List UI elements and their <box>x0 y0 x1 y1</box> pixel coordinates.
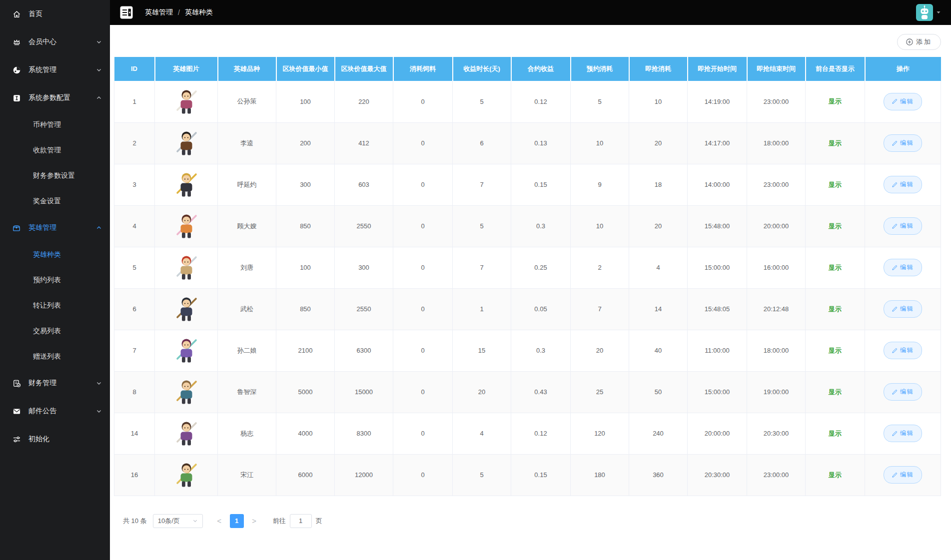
sidebar-subitem-3-0[interactable]: 币种管理 <box>0 112 110 137</box>
edit-button[interactable]: 编辑 <box>884 466 922 484</box>
goto-label: 前往 <box>273 517 286 526</box>
cell-days: 7 <box>453 247 511 288</box>
topbar: 英雄管理 / 英雄种类 <box>110 0 951 25</box>
visibility-toggle[interactable]: 显示 <box>829 347 842 354</box>
cell-visible: 显示 <box>806 288 865 330</box>
cell-min: 5000 <box>276 371 335 413</box>
edit-button[interactable]: 编辑 <box>884 93 922 110</box>
sidebar-item-5[interactable]: 财务管理 <box>0 369 110 397</box>
breadcrumb-item[interactable]: 英雄管理 <box>145 8 173 17</box>
sidebar-subitem-4-0[interactable]: 英雄种类 <box>0 242 110 267</box>
pencil-icon <box>892 223 898 229</box>
edit-button-label: 编辑 <box>900 222 914 230</box>
cell-feed: 0 <box>393 330 453 371</box>
cell-max: 2550 <box>335 205 393 247</box>
sidebar-item-6[interactable]: 邮件公告 <box>0 397 110 425</box>
column-header-13: 操作 <box>865 57 941 81</box>
sidebar-subitem-4-2[interactable]: 转让列表 <box>0 293 110 318</box>
hero-sprite <box>171 192 202 200</box>
sidebar-subitem-3-2[interactable]: 财务参数设置 <box>0 163 110 188</box>
column-header-8: 预约消耗 <box>571 57 629 81</box>
cell-actions: 编辑 <box>865 454 941 496</box>
cell-feed: 0 <box>393 288 453 330</box>
sidebar-item-1[interactable]: 会员中心 <box>0 28 110 56</box>
prev-page-button[interactable]: < <box>212 514 227 528</box>
edit-button-label: 编辑 <box>900 180 914 189</box>
cell-days: 5 <box>453 81 511 122</box>
edit-button[interactable]: 编辑 <box>884 342 922 359</box>
cell-profit: 0.15 <box>511 454 571 496</box>
hero-image-cell <box>155 288 218 330</box>
sidebar-item-7[interactable]: 初始化 <box>0 425 110 453</box>
visibility-toggle[interactable]: 显示 <box>829 139 842 147</box>
table-row: 6 武松8502550010.0571415:48:0520:12:48显示编辑 <box>114 288 941 330</box>
edit-button[interactable]: 编辑 <box>884 134 922 152</box>
hero-image-cell <box>155 371 218 413</box>
table-row: 2 李逵200412060.13102014:17:0018:00:00显示编辑 <box>114 122 941 164</box>
hero-sprite <box>171 483 202 490</box>
sidebar-item-4[interactable]: 英雄管理 <box>0 214 110 242</box>
visibility-toggle[interactable]: 显示 <box>829 181 842 188</box>
page-size-value: 10条/页 <box>158 517 180 526</box>
add-button[interactable]: 添加 <box>897 34 941 50</box>
visibility-toggle[interactable]: 显示 <box>829 97 842 105</box>
sidebar-subitem-3-3[interactable]: 奖金设置 <box>0 188 110 214</box>
chevron-up-icon <box>96 225 102 231</box>
edit-button[interactable]: 编辑 <box>884 383 922 401</box>
caret-down-icon[interactable] <box>936 10 941 15</box>
cell-start: 15:48:05 <box>688 288 747 330</box>
sidebar-subitem-4-4[interactable]: 赠送列表 <box>0 344 110 369</box>
page-number-current[interactable]: 1 <box>230 514 244 528</box>
cell-visible: 显示 <box>806 164 865 205</box>
visibility-toggle[interactable]: 显示 <box>829 305 842 313</box>
table-row: 5 刘唐100300070.252415:00:0016:00:00显示编辑 <box>114 247 941 288</box>
column-header-2: 英雄品种 <box>218 57 276 81</box>
visibility-toggle[interactable]: 显示 <box>829 388 842 396</box>
cell-name: 宋江 <box>218 454 276 496</box>
cell-name: 李逵 <box>218 122 276 164</box>
avatar[interactable] <box>916 4 933 21</box>
goto-page-input[interactable] <box>290 514 312 528</box>
sidebar-subitem-3-1[interactable]: 收款管理 <box>0 137 110 163</box>
sidebar-subitem-4-1[interactable]: 预约列表 <box>0 267 110 293</box>
table-row: 14 杨志40008300040.1212024020:00:0020:30:0… <box>114 413 941 454</box>
cell-end: 23:00:00 <box>747 164 806 205</box>
menu-collapse-icon[interactable] <box>120 6 133 19</box>
sidebar-subitem-4-3[interactable]: 交易列表 <box>0 318 110 344</box>
edit-button-label: 编辑 <box>900 97 914 106</box>
cell-reserve: 10 <box>571 122 629 164</box>
hero-sprite <box>171 317 202 324</box>
cell-start: 15:00:00 <box>688 371 747 413</box>
edit-button[interactable]: 编辑 <box>884 217 922 235</box>
hero-sprite <box>171 151 202 158</box>
visibility-toggle[interactable]: 显示 <box>829 471 842 479</box>
hero-table: ID英雄图片英雄品种区块价值最小值区块价值最大值消耗饲料收益时长(天)合约收益预… <box>114 57 941 496</box>
cell-days: 6 <box>453 122 511 164</box>
cell-reserve: 7 <box>571 288 629 330</box>
cell-days: 1 <box>453 288 511 330</box>
visibility-toggle[interactable]: 显示 <box>829 264 842 271</box>
sidebar-item-3[interactable]: 系统参数配置 <box>0 84 110 112</box>
cell-end: 18:00:00 <box>747 330 806 371</box>
cell-end: 23:00:00 <box>747 454 806 496</box>
visibility-toggle[interactable]: 显示 <box>829 222 842 230</box>
edit-button[interactable]: 编辑 <box>884 300 922 318</box>
cell-days: 5 <box>453 205 511 247</box>
sidebar-item-0[interactable]: 首页 <box>0 0 110 28</box>
hero-sprite <box>171 275 202 283</box>
sidebar-item-2[interactable]: 系统管理 <box>0 56 110 84</box>
cell-days: 15 <box>453 330 511 371</box>
next-page-button[interactable]: > <box>247 514 262 528</box>
cell-max: 2550 <box>335 288 393 330</box>
visibility-toggle[interactable]: 显示 <box>829 430 842 437</box>
cell-end: 20:12:48 <box>747 288 806 330</box>
page-size-select[interactable]: 10条/页 <box>153 514 203 528</box>
table-row: 4 顾大嫂8502550050.3102015:48:0020:00:00显示编… <box>114 205 941 247</box>
cell-grab: 20 <box>629 205 688 247</box>
edit-button[interactable]: 编辑 <box>884 259 922 276</box>
cell-grab: 10 <box>629 81 688 122</box>
edit-button[interactable]: 编辑 <box>884 176 922 193</box>
table-row: 7 孙二娘210063000150.3204011:00:0018:00:00显… <box>114 330 941 371</box>
sliders-icon <box>12 435 21 444</box>
edit-button[interactable]: 编辑 <box>884 425 922 442</box>
